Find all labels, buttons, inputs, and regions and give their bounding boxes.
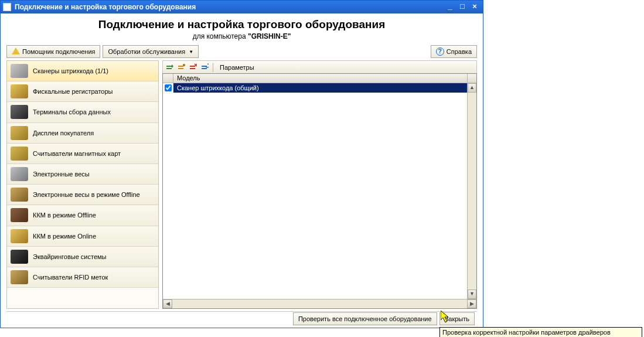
check-all-button[interactable]: Проверить все подключенное оборудование bbox=[293, 312, 437, 325]
category-electronic-scales-offline[interactable]: Электронные весы в режиме Offline bbox=[7, 185, 158, 205]
chevron-down-icon: ▼ bbox=[189, 49, 193, 55]
edit-row-icon[interactable] bbox=[176, 62, 186, 73]
wizard-hat-icon bbox=[12, 47, 20, 56]
assistant-button-label: Помощник подключения bbox=[22, 48, 95, 55]
minimize-button[interactable]: _ bbox=[444, 2, 456, 12]
horizontal-scrollbar[interactable]: ◀ ▶ bbox=[163, 299, 476, 308]
row-model-cell: Сканер штрихкода (общий) bbox=[173, 84, 467, 91]
processing-dropdown-label: Обработки обслуживания bbox=[108, 48, 185, 55]
svg-rect-2 bbox=[178, 66, 183, 67]
right-pane: Параметры Модель bbox=[162, 60, 477, 309]
scroll-down-icon[interactable]: ▼ bbox=[468, 290, 476, 299]
delete-row-icon[interactable] bbox=[188, 62, 198, 73]
app-window: Подключение и настройка торгового оборуд… bbox=[0, 0, 483, 328]
category-label: ККМ в режиме Offline bbox=[33, 212, 96, 219]
scroll-right-icon[interactable]: ▶ bbox=[467, 299, 476, 308]
category-customer-displays[interactable]: Дисплеи покупателя bbox=[7, 123, 158, 144]
close-button-label: Закрыть bbox=[445, 315, 469, 322]
grid-header-scroll-gap bbox=[467, 74, 476, 83]
vertical-scrollbar[interactable]: ▲ ▼ bbox=[467, 83, 476, 299]
hscroll-track[interactable] bbox=[172, 299, 467, 308]
window-title: Подключение и настройка торгового оборуд… bbox=[15, 3, 196, 11]
help-button[interactable]: ? Справка bbox=[431, 45, 477, 58]
grid-toolbar: Параметры bbox=[162, 60, 477, 73]
category-barcode-scanners[interactable]: Сканеры штрихкода (1/1) bbox=[7, 61, 158, 81]
help-icon: ? bbox=[436, 47, 444, 56]
grid-body: Сканер штрихкода (общий) ▲ ▼ bbox=[163, 83, 476, 299]
assistant-button[interactable]: Помощник подключения bbox=[6, 45, 100, 58]
row-checkbox[interactable] bbox=[165, 84, 172, 91]
kkm-online-icon bbox=[11, 229, 28, 243]
barcode-scanner-icon bbox=[11, 64, 28, 78]
acquiring-icon bbox=[11, 250, 28, 264]
subtitle-prefix: для компьютера bbox=[193, 32, 248, 40]
category-kkm-online[interactable]: ККМ в режиме Online bbox=[7, 226, 158, 247]
category-label: Считыватели магнитных карт bbox=[33, 150, 121, 157]
close-button[interactable]: Закрыть bbox=[439, 312, 475, 325]
grid-header: Модель bbox=[163, 74, 476, 83]
category-data-terminals[interactable]: Терминалы сбора данных bbox=[7, 102, 158, 122]
svg-rect-8 bbox=[202, 68, 207, 69]
category-electronic-scales[interactable]: Электронные весы bbox=[7, 164, 158, 185]
svg-point-4 bbox=[183, 64, 185, 66]
document-icon bbox=[3, 3, 11, 11]
data-terminal-icon bbox=[11, 105, 28, 119]
magnetic-card-reader-icon bbox=[11, 147, 28, 161]
computer-name: "GRISHIN-E" bbox=[248, 32, 291, 40]
svg-rect-3 bbox=[178, 68, 183, 69]
refresh-row-icon[interactable] bbox=[199, 62, 210, 73]
category-magnetic-card-readers[interactable]: Считыватели магнитных карт bbox=[7, 144, 158, 164]
category-label: Дисплеи покупателя bbox=[33, 130, 94, 137]
grid-row[interactable]: Сканер штрихкода (общий) bbox=[163, 83, 467, 93]
fiscal-register-icon bbox=[11, 84, 28, 98]
svg-rect-1 bbox=[166, 68, 172, 69]
svg-rect-0 bbox=[166, 66, 172, 67]
scroll-left-icon[interactable]: ◀ bbox=[163, 299, 172, 308]
category-label: Фискальные регистраторы bbox=[33, 88, 113, 95]
customer-display-icon bbox=[11, 126, 28, 140]
close-window-button[interactable]: × bbox=[469, 2, 481, 12]
tooltip: Проверка корректной настройки параметров… bbox=[439, 327, 642, 337]
grid-header-model[interactable]: Модель bbox=[173, 74, 467, 83]
params-button[interactable]: Параметры bbox=[216, 64, 258, 71]
category-fiscal-registers[interactable]: Фискальные регистраторы bbox=[7, 81, 158, 102]
svg-rect-6 bbox=[190, 68, 195, 69]
category-kkm-offline[interactable]: ККМ в режиме Offline bbox=[7, 205, 158, 226]
grid-header-check-column[interactable] bbox=[163, 74, 173, 83]
electronic-scale-icon bbox=[11, 167, 28, 181]
scale-offline-icon bbox=[11, 188, 28, 202]
rfid-reader-icon bbox=[11, 270, 28, 284]
add-row-icon[interactable] bbox=[164, 62, 175, 73]
maximize-button[interactable]: □ bbox=[456, 2, 468, 12]
help-button-label: Справка bbox=[447, 48, 472, 55]
processing-dropdown[interactable]: Обработки обслуживания ▼ bbox=[103, 45, 199, 58]
check-all-button-label: Проверить все подключенное оборудование bbox=[298, 315, 432, 322]
footer: Проверить все подключенное оборудование … bbox=[6, 311, 477, 325]
page-title: Подключение и настройка торгового оборуд… bbox=[6, 18, 477, 31]
category-rfid-readers[interactable]: Считыватели RFID меток bbox=[7, 267, 158, 288]
scroll-up-icon[interactable]: ▲ bbox=[468, 83, 476, 93]
main-toolbar: Помощник подключения Обработки обслужива… bbox=[6, 45, 477, 58]
grid-rows: Сканер штрихкода (общий) bbox=[163, 83, 467, 299]
category-label: Электронные весы в режиме Offline bbox=[33, 191, 140, 198]
client-area: Подключение и настройка торгового оборуд… bbox=[1, 13, 483, 328]
category-label: Электронные весы bbox=[33, 171, 90, 178]
titlebar[interactable]: Подключение и настройка торгового оборуд… bbox=[1, 1, 483, 13]
category-acquiring[interactable]: Эквайринговые системы bbox=[7, 247, 158, 267]
category-label: Терминалы сбора данных bbox=[33, 108, 111, 115]
category-label: Считыватели RFID меток bbox=[33, 274, 108, 281]
device-grid: Модель Сканер штрихкода (общий) bbox=[162, 73, 477, 309]
category-list: Сканеры штрихкода (1/1) Фискальные регис… bbox=[6, 60, 159, 309]
toolbar-separator bbox=[213, 63, 213, 72]
workarea: Сканеры штрихкода (1/1) Фискальные регис… bbox=[6, 60, 477, 309]
page-subtitle: для компьютера "GRISHIN-E" bbox=[6, 32, 477, 40]
category-label: ККМ в режиме Online bbox=[33, 233, 96, 240]
kkm-offline-icon bbox=[11, 208, 28, 222]
row-check-cell[interactable] bbox=[163, 83, 173, 93]
category-label: Сканеры штрихкода (1/1) bbox=[33, 67, 108, 74]
category-label: Эквайринговые системы bbox=[33, 253, 107, 260]
